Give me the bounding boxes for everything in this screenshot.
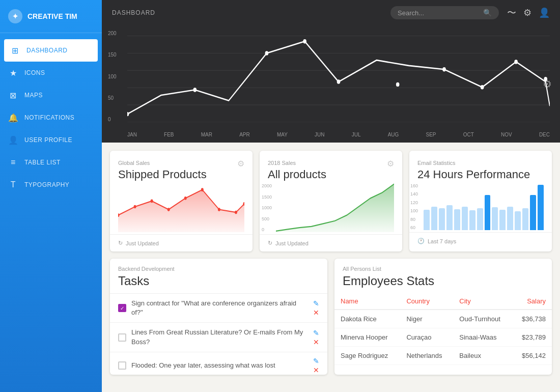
task-delete-icon-0[interactable]: ✕ (313, 309, 319, 316)
page-title: DASHBOARD (112, 9, 382, 16)
chart-gear-icon[interactable]: ⚙ (543, 78, 552, 90)
chart-x-label: SEP (426, 132, 436, 137)
svg-point-7 (193, 88, 197, 92)
sidebar-item-user-profile[interactable]: 👤 USER PROFILE (0, 129, 102, 151)
chart-x-label: DEC (539, 132, 550, 137)
all-products-card: 2018 Sales ⚙ All products 2000 1500 1000… (260, 151, 402, 251)
topbar-icons: 〜 ⚙ 👤 (507, 7, 550, 19)
tasks-title: Tasks (110, 274, 327, 293)
performance-title: 24 Hours Performance (417, 168, 544, 181)
allproducts-chart (276, 181, 394, 232)
emp-cell-name: Sage Rodriguez (334, 347, 400, 365)
task-edit-icon-0[interactable]: ✎ (313, 300, 319, 307)
sidebar-label-notifications: NOTIFICATIONS (24, 114, 74, 121)
sidebar-item-maps[interactable]: ⊠ MAPS (0, 84, 102, 106)
task-item: Lines From Great Russian Literature? Or … (110, 323, 327, 352)
table-row: Dakota RiceNigerOud-Turnhout$36,738 (334, 310, 552, 328)
performance-subtitle: Email Statistics (417, 160, 456, 166)
chart-y-label: 100 (108, 74, 117, 79)
task-list: Sign contract for "What are conference o… (110, 293, 327, 375)
svg-point-20 (167, 208, 170, 211)
allproducts-title: All products (268, 168, 394, 181)
sidebar-label-dashboard: DASHBOARD (26, 47, 68, 54)
main-chart-x-labels: JANFEBMARAPRMAYJUNJULAUGSEPOCTNOVDEC (127, 132, 550, 137)
clock-icon: 🕐 (417, 238, 425, 244)
bar (431, 207, 437, 230)
performance-bar-chart (424, 181, 544, 232)
emp-cell-name: Dakota Rice (334, 310, 400, 328)
shipped-gear-icon[interactable]: ⚙ (237, 159, 244, 169)
bar (515, 211, 521, 230)
task-edit-icon-2[interactable]: ✎ (313, 357, 319, 365)
svg-point-23 (218, 208, 220, 211)
main-chart-y-labels: 200150100500 (108, 31, 117, 122)
main-area: DASHBOARD 🔍 〜 ⚙ 👤 200150100500 (102, 0, 560, 392)
task-delete-icon-1[interactable]: ✕ (313, 339, 319, 346)
sidebar-label-table-list: TABLE LIST (24, 159, 61, 166)
icons-icon: ★ (8, 68, 18, 78)
tasks-subtitle: Backend Development (110, 259, 327, 274)
dashboard-icon: ⊞ (10, 45, 20, 55)
sidebar-item-icons[interactable]: ★ ICONS (0, 62, 102, 84)
sidebar-item-typography[interactable]: T TYPOGRAPHY (0, 174, 102, 196)
sidebar-label-maps: MAPS (24, 92, 43, 99)
bar (530, 195, 536, 230)
emp-cell-salary: $56,142 (512, 347, 552, 365)
activity-icon[interactable]: 〜 (507, 7, 516, 19)
settings-icon[interactable]: ⚙ (523, 7, 531, 18)
task-item: Flooded: One year later, assessing what … (110, 352, 327, 375)
chart-x-label: APR (239, 132, 250, 137)
tasks-card: Backend Development Tasks Sign contract … (110, 259, 327, 375)
employees-subtitle: All Persons List (334, 259, 552, 274)
task-edit-icon-1[interactable]: ✎ (313, 329, 319, 337)
task-actions-0: ✎ ✕ (313, 300, 319, 316)
bar (522, 208, 528, 230)
svg-point-22 (201, 188, 204, 191)
bar (439, 208, 445, 230)
sidebar-item-table-list[interactable]: ≡ TABLE LIST (0, 151, 102, 174)
bar (485, 195, 491, 230)
employees-card: All Persons List Employees Stats NameCou… (334, 259, 552, 375)
sidebar-item-notifications[interactable]: 🔔 NOTIFICATIONS (0, 106, 102, 129)
brand-icon: ✦ (8, 9, 22, 23)
shipped-card-header: Global Sales ⚙ Shipped Products (110, 151, 253, 181)
bar (492, 207, 498, 230)
brand-name: CREATIVE TIM (27, 12, 77, 20)
employees-title: Employees Stats (334, 274, 552, 293)
table-row: Minerva HooperCuraçaoSinaai-Waas$23,789 (334, 328, 552, 347)
svg-point-24 (235, 211, 237, 214)
chart-x-label: MAY (277, 132, 288, 137)
bar (469, 210, 475, 230)
sidebar-nav: ⊞ DASHBOARD★ ICONS⊠ MAPS🔔 NOTIFICATIONS👤… (0, 33, 102, 392)
sidebar-item-dashboard[interactable]: ⊞ DASHBOARD (4, 39, 98, 62)
svg-point-12 (442, 67, 446, 71)
maps-icon: ⊠ (8, 90, 18, 100)
task-text-0: Sign contract for "What are conference o… (131, 299, 308, 317)
employees-table-wrapper: NameCountryCitySalary Dakota RiceNigerOu… (334, 293, 552, 365)
allproducts-card-body: 2000 1500 1000 500 0 (260, 181, 402, 234)
sidebar-label-icons: ICONS (24, 69, 45, 76)
task-item: Sign contract for "What are conference o… (110, 294, 327, 323)
search-input[interactable] (398, 9, 479, 17)
svg-point-8 (265, 51, 269, 55)
sidebar: ✦ CREATIVE TIM ⊞ DASHBOARD★ ICONS⊠ MAPS🔔… (0, 0, 102, 392)
table-row: Sage RodriguezNetherlandsBaileux$56,142 (334, 347, 552, 365)
refresh-icon2: ↻ (268, 240, 272, 246)
task-checkbox-2[interactable] (118, 361, 126, 370)
table-list-icon: ≡ (8, 157, 18, 167)
task-actions-2: ✎ ✕ (313, 357, 319, 374)
task-delete-icon-2[interactable]: ✕ (313, 367, 319, 374)
shipped-card-body (110, 181, 253, 234)
refresh-icon: ↻ (118, 240, 123, 246)
emp-cell-country: Curaçao (400, 328, 453, 347)
allproducts-gear-icon[interactable]: ⚙ (387, 159, 394, 169)
emp-col-country: Country (400, 293, 453, 310)
task-text-2: Flooded: One year later, assessing what … (131, 361, 308, 370)
task-checkbox-1[interactable] (118, 333, 126, 342)
task-checkbox-0[interactable] (118, 304, 126, 312)
svg-point-21 (184, 197, 187, 200)
user-icon[interactable]: 👤 (539, 7, 550, 18)
svg-point-14 (514, 60, 518, 64)
search-bar[interactable]: 🔍 (390, 6, 499, 19)
brand: ✦ CREATIVE TIM (0, 0, 102, 33)
